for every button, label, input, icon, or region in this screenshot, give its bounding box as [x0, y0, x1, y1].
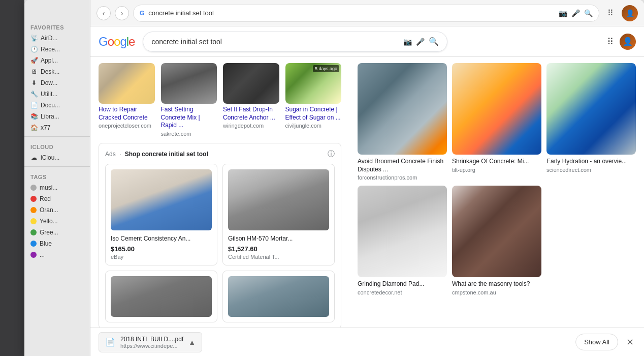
ad-card-lower-2[interactable]: [222, 271, 335, 322]
url-bar[interactable]: G concrete initial set tool 📷 🎤 🔍: [133, 5, 599, 22]
image-card-0[interactable]: How to Repair Cracked Concrete oneprojec…: [99, 63, 155, 137]
grid-icon[interactable]: ⠿: [603, 6, 618, 20]
desktop-icon: 🖥: [30, 68, 38, 75]
icloud-label: iCloud: [24, 140, 90, 152]
sidebar-item-icloud[interactable]: ☁ iClou...: [24, 152, 90, 163]
browser-window: Favorites 📡 AirD... 🕐 Rece... 🚀 Appl... …: [24, 0, 644, 356]
avatar-icon: 👤: [623, 37, 633, 46]
sidebar-divider-2: [24, 166, 90, 167]
ad-card-gilson[interactable]: Gilson HM-570 Mortar... $1,527.60 Certif…: [222, 164, 335, 265]
favorites-label: Favorites: [24, 20, 90, 33]
image-title-2: Set It Fast Drop-In Concrete Anchor ...: [223, 106, 279, 122]
result-source-broomed: forconstructionpros.com: [358, 174, 447, 181]
right-column: Avoid Broomed Concrete Finish Disputes .…: [349, 57, 644, 328]
sidebar-item-downloads[interactable]: ⬇ Dow...: [24, 77, 90, 88]
download-item[interactable]: 📄 2018 INTL BUILD....pdf https://www.ci.…: [99, 332, 202, 352]
result-card-shrinkage[interactable]: Shrinkage Of Concrete: Mi... tilt-up.org: [452, 63, 541, 181]
documents-icon: 📄: [30, 102, 38, 109]
sidebar-item-airdrop[interactable]: 📡 AirD...: [24, 33, 90, 44]
result-image-grinding: [358, 186, 447, 277]
sidebar-item-tag-red[interactable]: Red: [24, 193, 90, 204]
image-thumb-1: [161, 63, 217, 104]
sidebar-item-tag-yellow[interactable]: Yello...: [24, 216, 90, 227]
x77-icon: 🏠: [30, 124, 38, 131]
image-source-1: sakrete.com: [161, 131, 217, 137]
sidebar-item-tag-blue[interactable]: Blue: [24, 238, 90, 249]
mic-icon[interactable]: 🎤: [571, 9, 580, 17]
ad-price-gilson: $1,527.60: [228, 245, 329, 253]
forward-button[interactable]: ›: [115, 6, 129, 20]
logo-o1: o: [108, 35, 114, 48]
age-badge: 5 days ago: [313, 65, 339, 72]
apps-grid-icon[interactable]: ⠿: [607, 36, 614, 47]
image-card-2[interactable]: Set It Fast Drop-In Concrete Anchor ... …: [223, 63, 279, 137]
tag-label: Red: [40, 195, 51, 202]
sidebar-item-tag-orange[interactable]: Oran...: [24, 204, 90, 216]
browser-toolbar: ‹ › G concrete initial set tool 📷 🎤 🔍 ⠿ …: [90, 0, 644, 26]
airdrop-icon: 📡: [30, 35, 38, 42]
sidebar-item-utilities[interactable]: 🔧 Utilit...: [24, 88, 90, 100]
tag-label: Oran...: [40, 206, 58, 214]
graph-lines-img: [546, 63, 636, 155]
image-card-3[interactable]: 5 days ago Sugar in Concrete | Effect of…: [285, 63, 342, 137]
sidebar-item-tag-purple[interactable]: ...: [24, 249, 90, 260]
applications-icon: 🚀: [30, 57, 38, 64]
sidebar-item-library[interactable]: 📚 Libra...: [24, 111, 90, 122]
ad-lower-image-1: [111, 276, 212, 317]
result-title-masonry: What are the masonry tools?: [452, 280, 541, 288]
tag-dot-green: [30, 229, 37, 235]
sidebar-item-tag-green[interactable]: Gree...: [24, 227, 90, 238]
result-image-broomed: [358, 63, 447, 155]
image-source-0: oneprojectcloser.com: [99, 123, 155, 129]
pdf-icon: 📄: [105, 337, 115, 347]
sidebar-item-tag-music[interactable]: musi...: [24, 182, 90, 193]
tag-dot-orange: [30, 207, 37, 213]
sidebar-item-label: iClou...: [41, 154, 59, 161]
image-card-1[interactable]: Fast Setting Concrete Mix | Rapid ... sa…: [161, 63, 217, 137]
avatar[interactable]: 👤: [622, 5, 638, 21]
google-search-bar[interactable]: concrete initial set tool 📷 🎤 🔍: [143, 32, 447, 52]
camera-icon[interactable]: 📷: [559, 9, 567, 17]
lower-ad-img-2: [228, 276, 329, 317]
result-card-broomed[interactable]: Avoid Broomed Concrete Finish Disputes .…: [358, 63, 447, 181]
search-icon[interactable]: 🔍: [584, 9, 593, 17]
logo-G: G: [99, 35, 108, 48]
image-thumb-0: [99, 63, 155, 104]
result-card-hydration[interactable]: Early Hydration - an overvie... scienced…: [546, 63, 636, 181]
show-all-button[interactable]: Show All: [575, 334, 618, 350]
gilson-img: [228, 169, 329, 230]
ad-seller-iso-cement: eBay: [111, 254, 212, 260]
ad-image-iso-cement: [111, 169, 212, 230]
image-thumb-3: 5 days ago: [285, 63, 342, 104]
image-source-3: civiljungle.com: [285, 123, 342, 129]
content-area: How to Repair Cracked Concrete oneprojec…: [90, 57, 644, 328]
search-submit-icon[interactable]: 🔍: [429, 37, 439, 46]
sidebar-item-x77[interactable]: 🏠 x77: [24, 122, 90, 133]
anchor-image: [223, 63, 279, 104]
ads-title-text: Shop concrete initial set tool: [125, 151, 208, 158]
ad-image-gilson: [228, 169, 329, 230]
sidebar-item-label: AirD...: [41, 35, 57, 42]
image-source-2: wiringdepot.com: [223, 123, 279, 129]
sidebar-item-documents[interactable]: 📄 Docu...: [24, 100, 90, 111]
logo-g: g: [120, 35, 126, 48]
result-card-grinding[interactable]: Grinding Diamond Pad... concretedecor.ne…: [358, 186, 447, 295]
ads-section: Ads · Shop concrete initial set tool ⓘ: [99, 143, 341, 328]
result-card-masonry[interactable]: What are the masonry tools? cmpstone.com…: [452, 186, 541, 295]
close-download-bar-button[interactable]: ✕: [624, 335, 636, 350]
logo-e: e: [128, 35, 135, 48]
expand-icon[interactable]: ▲: [188, 338, 196, 346]
utilities-icon: 🔧: [30, 91, 38, 98]
camera-search-icon[interactable]: 📷: [403, 38, 412, 46]
sidebar-item-applications[interactable]: 🚀 Appl...: [24, 55, 90, 66]
sidebar-item-desktop[interactable]: 🖥 Desk...: [24, 66, 90, 77]
mic-search-icon[interactable]: 🎤: [416, 38, 425, 46]
ad-card-lower-1[interactable]: [105, 271, 217, 322]
ads-info-icon[interactable]: ⓘ: [328, 150, 335, 159]
result-image-masonry: [452, 186, 541, 277]
sidebar-item-recents[interactable]: 🕐 Rece...: [24, 44, 90, 55]
ad-lower-image-2: [228, 276, 329, 317]
user-avatar[interactable]: 👤: [620, 34, 636, 50]
ad-card-iso-cement[interactable]: Iso Cement Consistency An... $165.00 eBa…: [105, 164, 217, 265]
back-button[interactable]: ‹: [96, 6, 111, 20]
